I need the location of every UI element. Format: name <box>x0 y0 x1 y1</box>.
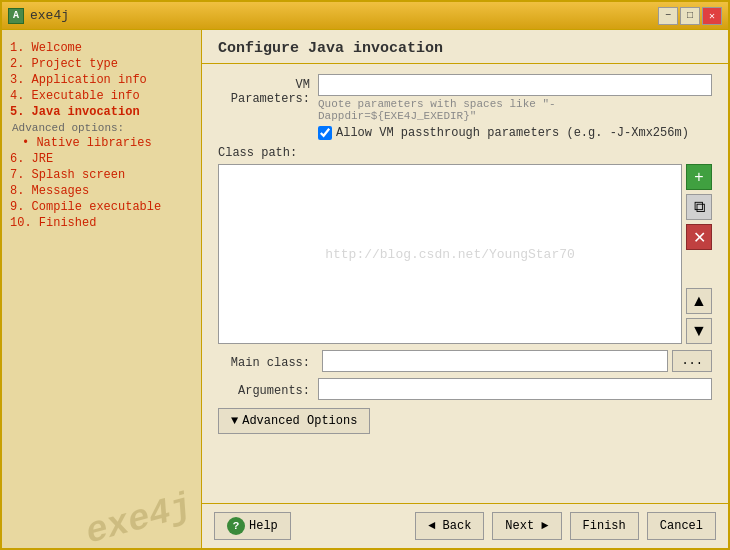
arguments-row: Arguments: <box>218 378 712 400</box>
add-classpath-button[interactable]: + <box>686 164 712 190</box>
sidebar-item-finished[interactable]: 10. Finished <box>10 215 193 231</box>
classpath-buttons: + ⧉ ✕ ▲ ▼ <box>686 164 712 344</box>
close-button[interactable]: ✕ <box>702 7 722 25</box>
help-label: Help <box>249 519 278 533</box>
sidebar-nav: 1. Welcome 2. Project type 3. Applicatio… <box>10 40 193 231</box>
checkbox-label: Allow VM passthrough parameters (e.g. -J… <box>336 126 689 140</box>
move-up-button[interactable]: ▲ <box>686 288 712 314</box>
panel-title: Configure Java invocation <box>218 40 443 57</box>
browse-main-class-button[interactable]: ... <box>672 350 712 372</box>
advanced-options-button[interactable]: ▼ Advanced Options <box>218 408 370 434</box>
delete-classpath-button[interactable]: ✕ <box>686 224 712 250</box>
next-button[interactable]: Next ► <box>492 512 561 540</box>
advanced-options-row: ▼ Advanced Options <box>218 408 712 434</box>
allow-passthrough-checkbox[interactable] <box>318 126 332 140</box>
bottom-bar: ? Help ◄ Back Next ► Finish Cancel <box>202 503 728 548</box>
back-button[interactable]: ◄ Back <box>415 512 484 540</box>
sidebar-watermark: exe4j <box>82 489 196 548</box>
sidebar-item-splash-screen[interactable]: 7. Splash screen <box>10 167 193 183</box>
sidebar-item-compile-executable[interactable]: 9. Compile executable <box>10 199 193 215</box>
sidebar-item-executable-info[interactable]: 4. Executable info <box>10 88 193 104</box>
arguments-input[interactable] <box>318 378 712 400</box>
sidebar-item-messages[interactable]: 8. Messages <box>10 183 193 199</box>
checkbox-row: Allow VM passthrough parameters (e.g. -J… <box>318 126 712 140</box>
main-class-input[interactable] <box>322 350 668 372</box>
vm-params-field: Quote parameters with spaces like "-Dapp… <box>318 74 712 140</box>
classpath-container: http://blog.csdn.net/YoungStar70 + ⧉ ✕ ▲… <box>218 164 712 344</box>
classpath-list[interactable]: http://blog.csdn.net/YoungStar70 <box>218 164 682 344</box>
minimize-button[interactable]: − <box>658 7 678 25</box>
title-bar-buttons: − □ ✕ <box>658 7 722 25</box>
main-window: A exe4j − □ ✕ 1. Welcome 2. Project type… <box>0 0 730 550</box>
sidebar-item-welcome[interactable]: 1. Welcome <box>10 40 193 56</box>
title-bar: A exe4j − □ ✕ <box>2 2 728 30</box>
classpath-watermark: http://blog.csdn.net/YoungStar70 <box>325 247 575 262</box>
vm-params-row: VM Parameters: Quote parameters with spa… <box>218 74 712 140</box>
advanced-arrow-icon: ▼ <box>231 414 238 428</box>
classpath-section: Class path: http://blog.csdn.net/YoungSt… <box>218 146 712 344</box>
arguments-label: Arguments: <box>218 380 318 398</box>
advanced-options-label: Advanced Options <box>242 414 357 428</box>
vm-params-label: VM Parameters: <box>218 74 318 106</box>
window-title: exe4j <box>30 8 69 23</box>
form-area: VM Parameters: Quote parameters with spa… <box>202 64 728 503</box>
sidebar-item-project-type[interactable]: 2. Project type <box>10 56 193 72</box>
copy-classpath-button[interactable]: ⧉ <box>686 194 712 220</box>
sidebar-item-jre[interactable]: 6. JRE <box>10 151 193 167</box>
main-class-label: Main class: <box>218 352 318 370</box>
main-class-row: Main class: ... <box>218 350 712 372</box>
main-content: 1. Welcome 2. Project type 3. Applicatio… <box>2 30 728 548</box>
cancel-button[interactable]: Cancel <box>647 512 716 540</box>
finish-button[interactable]: Finish <box>570 512 639 540</box>
sidebar-advanced-options-label: Advanced options: <box>10 120 193 135</box>
sidebar-item-java-invocation[interactable]: 5. Java invocation <box>10 104 193 120</box>
panel-header: Configure Java invocation <box>202 30 728 64</box>
right-panel: Configure Java invocation VM Parameters:… <box>202 30 728 548</box>
sidebar-native-libraries[interactable]: • Native libraries <box>10 135 193 151</box>
maximize-button[interactable]: □ <box>680 7 700 25</box>
sidebar: 1. Welcome 2. Project type 3. Applicatio… <box>2 30 202 548</box>
help-button[interactable]: ? Help <box>214 512 291 540</box>
title-bar-left: A exe4j <box>8 8 69 24</box>
classpath-label: Class path: <box>218 146 712 160</box>
help-icon: ? <box>227 517 245 535</box>
app-icon: A <box>8 8 24 24</box>
arguments-field <box>318 378 712 400</box>
vm-params-input[interactable] <box>318 74 712 96</box>
vm-params-hint: Quote parameters with spaces like "-Dapp… <box>318 96 712 122</box>
move-down-button[interactable]: ▼ <box>686 318 712 344</box>
sidebar-item-application-info[interactable]: 3. Application info <box>10 72 193 88</box>
